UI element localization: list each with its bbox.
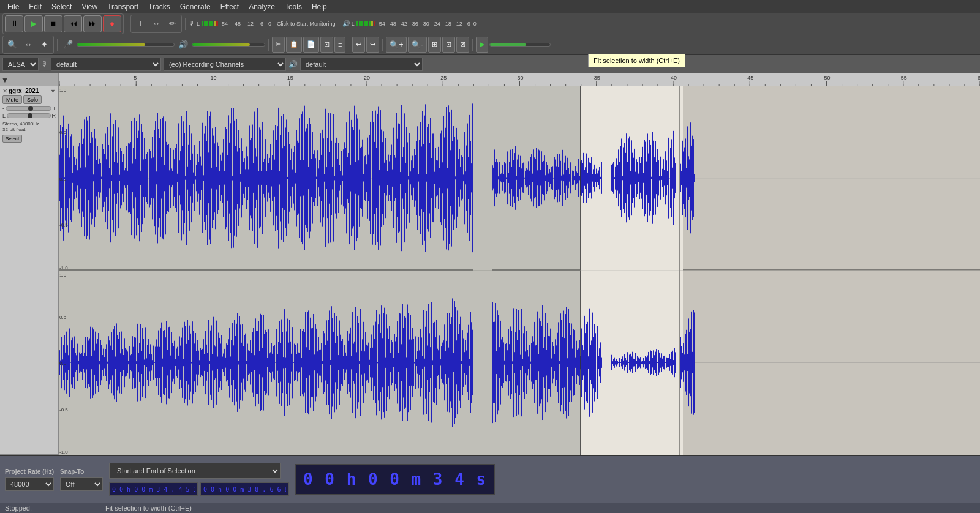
skip-fwd-button[interactable]: ⏭ bbox=[83, 15, 102, 32]
solo-button[interactable]: Solo bbox=[23, 95, 42, 104]
track-controls: ✕ ggrx_2021 ▼ Mute Solo - + bbox=[0, 86, 59, 455]
selection-times bbox=[109, 482, 289, 496]
track-header-row: ✕ ggrx_2021 ▼ bbox=[2, 88, 56, 94]
fit-project-button[interactable]: ⊡ bbox=[442, 37, 455, 53]
status-text-bar: Stopped. Fit selection to width (Ctrl+E) bbox=[0, 503, 980, 513]
play-speed-button[interactable]: ▶ bbox=[476, 37, 488, 53]
speaker-icon-devices: 🔊 bbox=[288, 60, 298, 69]
audio-host-select[interactable]: ALSA bbox=[2, 58, 39, 71]
separator6 bbox=[349, 39, 349, 51]
transport-group: ⏸ ▶ ■ ⏮ ⏭ ● bbox=[2, 13, 124, 34]
mic-icon-devices: 🎙 bbox=[41, 60, 48, 69]
undo-button[interactable]: ↩ bbox=[352, 37, 365, 53]
fit-selection-width-button[interactable]: ⊠ bbox=[456, 37, 469, 53]
edit-buttons-group: ✂ 📋 📄 ⊡ ≡ bbox=[272, 37, 345, 53]
track-container: ✕ ggrx_2021 ▼ Mute Solo - + bbox=[0, 86, 980, 455]
menu-help[interactable]: Help bbox=[307, 1, 332, 12]
envelope-tool[interactable]: ↔ bbox=[149, 17, 164, 31]
zoom-in-button[interactable]: 🔍+ bbox=[386, 37, 407, 53]
menu-analyze[interactable]: Analyze bbox=[244, 1, 280, 12]
track-select-row: Select bbox=[2, 135, 56, 143]
multi-tool-icon[interactable]: ✦ bbox=[37, 37, 51, 52]
track-control-panel-1: ✕ ggrx_2021 ▼ Mute Solo - + bbox=[0, 86, 58, 455]
waveform-area[interactable] bbox=[59, 86, 980, 455]
gain-minus-label: - bbox=[2, 105, 4, 111]
track-close-button[interactable]: ✕ bbox=[2, 88, 7, 94]
menu-bar: File Edit Select View Transport Tracks G… bbox=[0, 0, 980, 13]
ruler-row: ▼ bbox=[0, 73, 980, 86]
gain-slider[interactable] bbox=[6, 106, 51, 111]
play-button[interactable]: ▶ bbox=[24, 15, 43, 32]
recording-channels-select[interactable]: (eo) Recording Channels bbox=[164, 58, 286, 71]
snap-to-section: Snap-To Off bbox=[60, 468, 103, 491]
menu-edit[interactable]: Edit bbox=[24, 1, 47, 12]
position-group: 🎤 🔊 bbox=[61, 37, 265, 52]
pan-slider[interactable] bbox=[7, 113, 50, 118]
redo-button[interactable]: ↪ bbox=[366, 37, 379, 53]
zoom-out-button[interactable]: 🔍- bbox=[408, 37, 427, 53]
snap-to-select[interactable]: Off bbox=[60, 477, 103, 491]
ruler-gutter: ▼ bbox=[0, 73, 59, 86]
mic-icon: 🎤 bbox=[61, 37, 75, 52]
time-shift-icon[interactable]: ↔ bbox=[21, 37, 36, 52]
stop-button[interactable]: ■ bbox=[44, 15, 62, 32]
draw-tool[interactable]: ✏ bbox=[165, 17, 179, 31]
separator7 bbox=[382, 39, 383, 51]
input-gain-slider[interactable] bbox=[77, 43, 175, 47]
silence-button[interactable]: ≡ bbox=[334, 37, 345, 53]
snap-to-label: Snap-To bbox=[60, 468, 103, 475]
mute-solo-row: Mute Solo bbox=[2, 95, 56, 104]
edit-tools-group: 🔍 ↔ ✦ bbox=[2, 36, 54, 54]
status-bar: Project Rate (Hz) 48000 Snap-To Off Star… bbox=[0, 455, 980, 513]
menu-transport[interactable]: Transport bbox=[102, 1, 143, 12]
record-button[interactable]: ● bbox=[103, 15, 121, 32]
menu-effect[interactable]: Effect bbox=[216, 1, 244, 12]
selection-mode-select[interactable]: Start and End of Selection bbox=[109, 463, 281, 479]
cut-button[interactable]: ✂ bbox=[272, 37, 285, 53]
separator1 bbox=[127, 18, 127, 30]
devices-row: ALSA 🎙 default (eo) Recording Channels 🔊… bbox=[0, 55, 980, 73]
select-button[interactable]: Select bbox=[2, 135, 22, 143]
menu-tools[interactable]: Tools bbox=[280, 1, 307, 12]
pan-row: L R bbox=[2, 113, 56, 119]
separator8 bbox=[472, 39, 473, 51]
mute-button[interactable]: Mute bbox=[2, 95, 22, 104]
undo-redo-group: ↩ ↪ bbox=[352, 37, 379, 53]
menu-select[interactable]: Select bbox=[47, 1, 77, 12]
waveform-canvas[interactable] bbox=[59, 86, 980, 455]
selection-end-input[interactable] bbox=[200, 482, 289, 496]
toolbar-row2: 🔍 ↔ ✦ 🎤 🔊 ✂ 📋 📄 ⊡ ≡ ↩ bbox=[0, 34, 980, 55]
playback-device-select[interactable]: default bbox=[300, 58, 423, 71]
zoom-in-icon[interactable]: 🔍 bbox=[5, 37, 20, 52]
menu-file[interactable]: File bbox=[2, 1, 24, 12]
selection-tool[interactable]: I bbox=[133, 17, 148, 31]
speed-slider[interactable] bbox=[489, 43, 551, 47]
skip-back-button[interactable]: ⏮ bbox=[64, 15, 82, 32]
output-speaker-icon: 🔊 bbox=[342, 20, 350, 27]
menu-tracks[interactable]: Tracks bbox=[143, 1, 175, 12]
track-name: ggrx_2021 bbox=[9, 88, 49, 94]
trim-button[interactable]: ⊡ bbox=[320, 37, 333, 53]
output-level-L: L bbox=[352, 21, 355, 27]
menu-generate[interactable]: Generate bbox=[175, 1, 216, 12]
pan-thumb bbox=[28, 113, 32, 118]
monitoring-text[interactable]: Click to Start Monitoring bbox=[277, 21, 336, 27]
paste-button[interactable]: 📄 bbox=[303, 37, 319, 53]
track-collapse-button[interactable]: ▼ bbox=[50, 88, 56, 94]
pause-button[interactable]: ⏸ bbox=[5, 15, 23, 32]
copy-button[interactable]: 📋 bbox=[286, 37, 302, 53]
play-cursor-icon: ▼ bbox=[1, 76, 9, 84]
menu-view[interactable]: View bbox=[77, 1, 102, 12]
project-rate-select[interactable]: 48000 bbox=[5, 477, 54, 491]
status-bottom-row: Project Rate (Hz) 48000 Snap-To Off Star… bbox=[0, 456, 980, 503]
output-level-labels: -54 -48 -42 -36 -30 -24 -18 -12 -6 0 bbox=[377, 21, 477, 27]
output-meter-group: 🔊 L -54 -48 -42 -36 -30 -24 -18 -12 bbox=[342, 20, 477, 27]
input-mic-icon: 🎙 bbox=[189, 20, 195, 27]
speaker-icon2: 🔊 bbox=[176, 37, 190, 52]
selection-start-input[interactable] bbox=[109, 482, 198, 496]
gain-thumb bbox=[28, 106, 33, 111]
selection-section: Start and End of Selection bbox=[109, 463, 289, 496]
recording-device-select[interactable]: default bbox=[51, 58, 161, 71]
output-gain-slider[interactable] bbox=[192, 43, 265, 47]
zoom-selection-button[interactable]: ⊞ bbox=[428, 37, 441, 53]
